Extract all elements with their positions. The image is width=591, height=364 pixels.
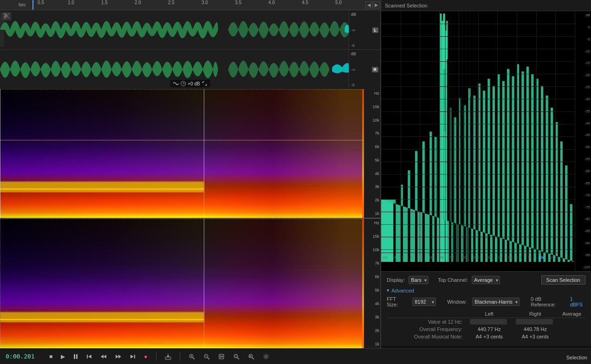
grid-v-5 <box>478 11 479 262</box>
data-table: Left Right Average Value at 12 Hz: <box>387 310 585 340</box>
next-button[interactable] <box>128 353 137 360</box>
window-select[interactable]: Hann Hamming Blackman Blackman-Harris Fl… <box>472 298 520 306</box>
svg-line-5 <box>6 13 9 17</box>
svg-marker-42 <box>116 355 118 358</box>
svg-rect-36 <box>74 354 75 359</box>
rewind-icon <box>100 354 107 359</box>
svg-rect-39 <box>87 355 88 358</box>
zoom-fit-button[interactable] <box>216 352 227 361</box>
prev-button[interactable] <box>84 353 94 360</box>
spectrum-header: Scanned Selection <box>381 0 591 11</box>
svg-rect-46 <box>165 357 171 359</box>
top-channel-label: Top Channel: <box>438 277 468 283</box>
row-1-left <box>466 318 512 326</box>
svg-point-68 <box>264 354 268 359</box>
grid-v-2 <box>420 11 420 262</box>
export-button[interactable] <box>163 352 173 361</box>
svg-line-54 <box>208 358 209 359</box>
freq-hz-label: Hz <box>365 91 379 96</box>
waveform-tracks: dB -∞ -6 L <box>0 10 380 89</box>
ruler-5.0: 5.0 <box>335 0 342 5</box>
scroll-left-button[interactable]: ◀ <box>365 1 373 8</box>
zoom-out-icon <box>203 353 210 360</box>
track-1: dB -∞ -6 L <box>0 10 380 50</box>
stop-button[interactable]: ■ <box>47 352 54 361</box>
spectrogram-bottom: Hz 15k 10k 7k 6k 5k 4k 3k 2k 1k <box>0 219 380 348</box>
spectrum-chart: Hz 4 5 6 10 20 30 50 100 200 400 1k 2k 3… <box>381 11 575 262</box>
col-header-average: Average <box>558 310 585 318</box>
zoom-out-button[interactable] <box>201 352 212 361</box>
selection-marker-bottom <box>204 219 204 348</box>
play-button[interactable]: ▶ <box>59 352 67 361</box>
record-button[interactable]: ● <box>142 352 149 361</box>
svg-point-67 <box>265 355 267 358</box>
settings-icon <box>263 353 269 360</box>
grid-v-4 <box>459 11 459 262</box>
grid-lines <box>381 11 575 262</box>
zoom-selection-button[interactable] <box>231 352 241 361</box>
selection-box-bottom <box>0 219 364 348</box>
db-ref-label: 0 dB Reference: <box>531 296 564 307</box>
window-select-wrapper[interactable]: Hann Hamming Blackman Blackman-Harris Fl… <box>472 298 520 306</box>
track-2-channel-badge: R <box>372 67 379 72</box>
display-controls-row: Display: Bars Line Fill Top Channel: Ave… <box>387 275 585 285</box>
db-axis: dB 0 -5 -10 -15 -20 -25 -30 -35 -40 -45 … <box>575 11 591 271</box>
top-channel-select[interactable]: Average Left Right <box>472 276 500 284</box>
fft-select-wrapper[interactable]: 512 1024 2048 4096 8192 16384 32768 6553… <box>412 298 436 306</box>
pause-button[interactable] <box>71 353 80 360</box>
zoom-in-icon <box>188 353 195 360</box>
right-edge-meter <box>362 89 364 218</box>
row-3-avg <box>558 333 585 340</box>
row-2-avg <box>558 325 585 333</box>
track-1-scissors[interactable] <box>2 12 11 20</box>
fft-select[interactable]: 512 1024 2048 4096 8192 16384 32768 6553… <box>412 298 436 306</box>
spectrum-freq-axis: Hz 4 5 6 10 20 30 50 100 200 400 1k 2k 3… <box>381 253 559 262</box>
table-row-overall-freq: Overall Frequency: 440.77 Hz 440.78 Hz <box>387 325 585 333</box>
prev-icon <box>86 354 92 359</box>
settings-button[interactable] <box>261 352 271 361</box>
selection-box-top <box>0 89 364 218</box>
forward-button[interactable] <box>113 353 123 360</box>
track-1-svg <box>0 10 380 49</box>
clock-icon <box>180 81 186 86</box>
row-3-right: A4 +3 cents <box>512 333 558 340</box>
scroll-right-button[interactable]: ▶ <box>373 1 380 8</box>
row-3-left: A4 +3 cents <box>466 333 512 340</box>
zoom-in-button[interactable] <box>187 352 197 361</box>
ruler-3.5: 3.5 <box>235 0 241 5</box>
value-bar-left <box>470 319 507 325</box>
row-1-label: Value at 12 Hz: <box>387 318 466 326</box>
timeline-ruler: hm: 0.5 1.0 1.5 2.0 2.5 3.0 3.5 4.0 4.5 … <box>0 0 380 10</box>
grid-v-7 <box>517 11 517 262</box>
grid-v-1 <box>401 11 401 262</box>
track-1-channel-badge: L <box>372 27 379 33</box>
ruler-4.5: 4.5 <box>302 0 308 5</box>
top-channel-select-wrapper[interactable]: Average Left Right <box>472 276 500 284</box>
freq-axis-bottom-labels: Hz 15k 10k 7k 6k 5k 4k 3k 2k 1k <box>364 219 380 348</box>
zoom-reset-button[interactable] <box>246 352 256 361</box>
display-select[interactable]: Bars Line Fill <box>409 276 429 284</box>
track-2-controls: +0 dB <box>170 80 210 87</box>
svg-point-3 <box>4 16 6 18</box>
track-2-meter: dB -∞ -6 R <box>349 50 380 89</box>
track-1-meter-6: -6 <box>351 43 378 48</box>
zoom-fit-icon <box>218 353 225 360</box>
selection-marker-top <box>204 89 204 218</box>
controls-panel: Display: Bars Line Fill Top Channel: Ave… <box>381 271 591 346</box>
track-1-db-label: dB <box>351 12 378 17</box>
row-2-label: Overall Frequency: <box>387 325 466 333</box>
ruler-1.5: 1.5 <box>101 0 108 5</box>
svg-marker-41 <box>104 355 106 358</box>
rewind-button[interactable] <box>98 353 109 360</box>
playhead <box>32 0 33 10</box>
svg-rect-45 <box>134 355 135 358</box>
svg-line-61 <box>237 358 239 359</box>
scan-selection-button[interactable]: Scan Selection <box>541 275 585 285</box>
display-select-wrapper[interactable]: Bars Line Fill <box>409 276 429 284</box>
expand-icon <box>202 81 208 86</box>
spectrum-header-label: Scanned Selection <box>385 3 428 8</box>
grid-v-8 <box>536 11 537 262</box>
advanced-toggle[interactable]: ▾ Advanced <box>387 287 585 293</box>
svg-marker-43 <box>118 355 121 358</box>
svg-line-64 <box>252 358 254 359</box>
